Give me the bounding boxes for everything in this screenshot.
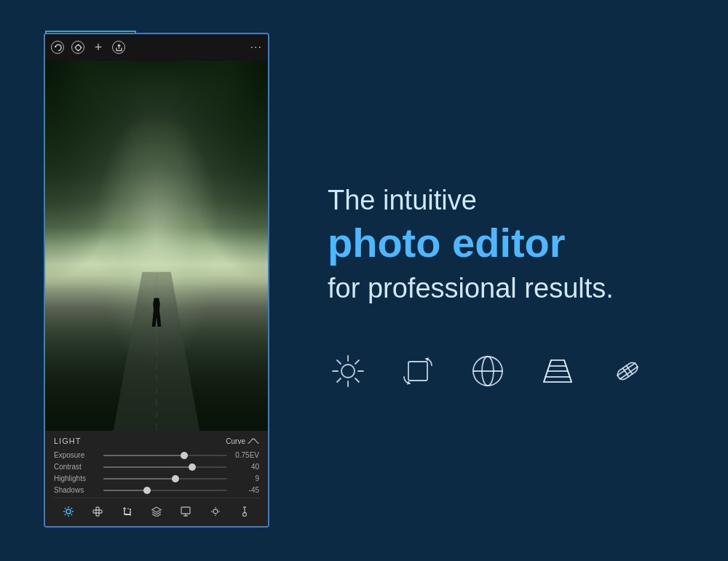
svg-line-13	[71, 514, 73, 516]
lens-filter-feature-icon	[467, 351, 508, 391]
export-tool-icon[interactable]	[177, 503, 194, 520]
light-tool-icon[interactable]	[60, 503, 77, 520]
photo-display	[45, 60, 268, 431]
exposure-track[interactable]	[103, 455, 227, 456]
svg-point-26	[242, 513, 246, 517]
controls-header: LIGHT Curve	[54, 437, 259, 445]
shadows-value: -45	[232, 486, 259, 494]
svg-line-15	[65, 514, 66, 516]
light2-tool-icon[interactable]	[207, 503, 224, 520]
healing-tool-icon[interactable]	[89, 503, 106, 520]
shadows-label: Shadows	[54, 486, 99, 494]
svg-point-0	[76, 45, 81, 50]
phone-mockup-panel: + ···	[0, 0, 291, 561]
curve-label: Curve	[226, 437, 259, 445]
exposure-label: Exposure	[54, 451, 99, 459]
svg-line-34	[355, 360, 359, 364]
highlights-slider-row: Highlights 9	[54, 474, 259, 482]
controls-panel: LIGHT Curve Exposure 0.75EV Contrast	[45, 431, 268, 526]
phone-toolbar: + ···	[45, 34, 268, 60]
svg-rect-17	[96, 507, 99, 516]
tagline-container: The intuitive photo editor for professio…	[328, 184, 692, 351]
svg-line-12	[65, 508, 66, 509]
bottom-toolbar	[54, 498, 259, 522]
tagline-line3: for professional results.	[328, 271, 692, 306]
contrast-track[interactable]	[103, 466, 227, 468]
svg-rect-45	[616, 360, 640, 381]
tagline-line2: photo editor	[328, 220, 692, 266]
right-panel: The intuitive photo editor for professio…	[291, 0, 728, 561]
phone-screen: + ···	[44, 33, 269, 528]
light-feature-icon	[328, 351, 368, 391]
svg-line-35	[337, 378, 341, 382]
share-icon	[112, 41, 125, 54]
svg-rect-19	[181, 507, 190, 514]
svg-point-7	[66, 509, 71, 514]
crop-tool-icon[interactable]	[119, 503, 136, 520]
highlights-value: 9	[232, 474, 259, 482]
svg-rect-16	[93, 510, 102, 513]
feature-icons-row	[328, 351, 692, 391]
contrast-slider-row: Contrast 40	[54, 463, 259, 471]
add-icon: +	[92, 41, 105, 54]
perspective-feature-icon	[537, 351, 578, 391]
light-label: LIGHT	[54, 437, 81, 445]
svg-rect-36	[408, 362, 427, 381]
svg-rect-18	[124, 509, 130, 514]
svg-line-14	[71, 508, 73, 509]
svg-line-32	[337, 360, 341, 364]
temperature-tool-icon[interactable]	[236, 503, 253, 520]
svg-point-27	[341, 365, 355, 378]
shadows-track[interactable]	[103, 490, 227, 491]
crop-rotate-feature-icon	[397, 351, 438, 391]
contrast-label: Contrast	[54, 463, 99, 471]
exposure-slider-row: Exposure 0.75EV	[54, 451, 259, 459]
shadows-slider-row: Shadows -45	[54, 486, 259, 494]
contrast-value: 40	[232, 463, 259, 471]
highlights-track[interactable]	[103, 478, 227, 480]
layers-tool-icon[interactable]	[148, 503, 165, 520]
tagline-line1: The intuitive	[328, 184, 692, 218]
svg-line-33	[355, 378, 359, 382]
svg-point-21	[213, 509, 218, 514]
undo-icon	[51, 41, 64, 54]
more-options-icon: ···	[250, 41, 262, 54]
exposure-value: 0.75EV	[232, 451, 259, 459]
highlights-label: Highlights	[54, 474, 99, 482]
figure-silhouette	[151, 298, 162, 327]
healing-feature-icon	[607, 351, 648, 391]
settings-icon	[71, 41, 84, 54]
